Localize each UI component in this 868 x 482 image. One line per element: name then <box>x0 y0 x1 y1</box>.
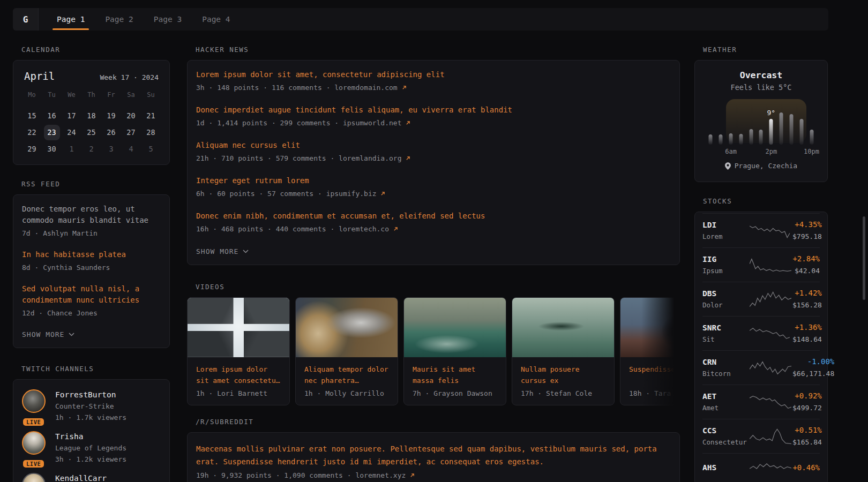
rss-show-more-button[interactable]: SHOW MORE <box>22 330 74 338</box>
stock-price: $165.84 <box>792 438 822 447</box>
nav-tab[interactable]: Page 3 <box>147 8 188 31</box>
rss-item-title[interactable]: Sed volutpat nulla nisl, a condimentum n… <box>22 283 161 306</box>
calendar-day[interactable]: 4 <box>121 141 141 157</box>
hackernews-show-more-button[interactable]: SHOW MORE <box>196 247 249 255</box>
subreddit-post-meta: 19h · 9,932 points · 1,090 comments · lo… <box>196 470 671 480</box>
twitch-channel-row[interactable]: LIVE KendallCarr <box>22 473 161 482</box>
weather-hour-slot <box>746 99 756 145</box>
hackernews-item-title[interactable]: Donec imperdiet augue tincidunt felis al… <box>196 104 671 116</box>
calendar-day[interactable]: 25 <box>81 124 101 141</box>
video-title[interactable]: Mauris sit amet massa felis <box>413 364 497 386</box>
video-card[interactable]: Suspendisse diam 18h · Tara <box>620 297 680 405</box>
hackernews-item[interactable]: Lorem ipsum dolor sit amet, consectetur … <box>196 69 671 93</box>
app-logo[interactable]: G <box>13 8 39 31</box>
rss-item[interactable]: In hac habitasse platea 8d · Cynthia Sau… <box>22 249 161 273</box>
twitch-section-label: TWITCH CHANNELS <box>21 365 170 373</box>
video-thumbnail[interactable] <box>296 298 398 357</box>
stock-row[interactable]: LDI Lorem +4.35% $795.18 <box>702 213 820 247</box>
twitch-channel-row[interactable]: LIVE Trisha League of Legends 3h · 1.2k … <box>22 431 161 464</box>
page-scrollbar-thumb[interactable] <box>863 216 865 300</box>
stock-row[interactable]: AHS +0.46% <box>702 453 820 482</box>
stock-name: Consectetur <box>702 438 749 447</box>
rss-item-meta: 8d · Cynthia Saunders <box>22 262 161 273</box>
video-title[interactable]: Suspendisse diam <box>629 364 680 386</box>
stock-symbol: IIG <box>702 254 749 265</box>
calendar-day[interactable]: 26 <box>101 124 121 141</box>
avatar <box>22 389 46 413</box>
video-card[interactable]: Aliquam tempor dolor nec pharetra… 1h · … <box>295 297 398 405</box>
rss-item-title[interactable]: In hac habitasse platea <box>22 249 161 260</box>
calendar-day[interactable]: 15 <box>22 108 42 124</box>
hackernews-item-title[interactable]: Integer eget rutrum lorem <box>196 175 671 186</box>
hackernews-item[interactable]: Integer eget rutrum lorem 6h · 60 points… <box>196 175 671 199</box>
calendar-day[interactable]: 18 <box>81 108 101 124</box>
calendar-day[interactable]: 2 <box>81 141 101 157</box>
weather-location[interactable]: Prague, Czechia <box>706 162 817 170</box>
stock-price: $156.28 <box>792 300 822 310</box>
subreddit-post[interactable]: Maecenas mollis pulvinar erat non posuer… <box>196 442 671 480</box>
subreddit-widget: Maecenas mollis pulvinar erat non posuer… <box>187 432 680 482</box>
nav-tab[interactable]: Page 4 <box>196 8 236 31</box>
hackernews-item[interactable]: Donec imperdiet augue tincidunt felis al… <box>196 104 671 128</box>
weather-feels-like: Feels like 5°C <box>706 83 817 92</box>
right-column: WEATHER Overcast Feels like 5°C <box>694 37 828 482</box>
calendar-day[interactable]: 21 <box>141 108 161 124</box>
weekday-label: Mo <box>22 89 42 101</box>
stock-row[interactable]: CCS Consectetur +0.51% $165.84 <box>702 419 820 453</box>
calendar-day[interactable]: 30 <box>42 141 62 157</box>
rss-item-title[interactable]: Donec tempor eros leo, ut commodo mauris… <box>22 204 161 226</box>
calendar-day-number: 28 <box>143 125 159 140</box>
video-title[interactable]: Nullam posuere cursus ex <box>521 364 605 386</box>
twitch-channel-info: ForrestBurton Counter-Strike 1h · 1.7k v… <box>55 389 126 423</box>
video-thumbnail[interactable] <box>404 298 506 357</box>
nav-tab[interactable]: Page 2 <box>99 8 139 31</box>
twitch-channel-game: Counter-Strike <box>55 401 126 411</box>
calendar-day[interactable]: 24 <box>62 124 81 141</box>
calendar-day[interactable]: 23 <box>42 124 62 141</box>
calendar-day[interactable]: 28 <box>141 124 161 141</box>
stock-row[interactable]: IIG Ipsum +2.84% $42.04 <box>702 247 820 282</box>
calendar-day[interactable]: 1 <box>62 141 81 157</box>
video-title[interactable]: Aliquam tempor dolor nec pharetra… <box>304 364 389 386</box>
stock-price: $795.18 <box>792 232 822 242</box>
calendar-day[interactable]: 16 <box>42 108 62 124</box>
video-thumbnail[interactable] <box>188 298 289 357</box>
video-card[interactable]: Nullam posuere cursus ex 17h · Stefan Co… <box>512 297 615 405</box>
calendar-day[interactable]: 22 <box>22 124 42 141</box>
video-card-body: Lorem ipsum dolor sit amet consectetu… 1… <box>188 357 289 405</box>
rss-item[interactable]: Donec tempor eros leo, ut commodo mauris… <box>22 204 161 238</box>
stock-row[interactable]: DBS Dolor +1.42% $156.28 <box>702 282 820 316</box>
stock-row[interactable]: CRN Bitcorn -1.00% $66,171.48 <box>702 350 820 385</box>
calendar-day[interactable]: 5 <box>141 141 161 157</box>
video-thumbnail[interactable] <box>512 298 614 357</box>
video-title[interactable]: Lorem ipsum dolor sit amet consectetu… <box>196 364 281 386</box>
twitch-channel-name[interactable]: KendallCarr <box>55 473 107 482</box>
calendar-day[interactable]: 19 <box>101 108 121 124</box>
stock-row[interactable]: AET Amet +0.92% $499.72 <box>702 385 820 419</box>
subreddit-post-title[interactable]: Maecenas mollis pulvinar erat non posuer… <box>196 442 671 468</box>
hackernews-item-title[interactable]: Donec enim nibh, condimentum et accumsan… <box>196 210 671 222</box>
stock-sparkline <box>750 460 791 478</box>
twitch-channel-name[interactable]: Trisha <box>55 431 126 442</box>
video-card[interactable]: Mauris sit amet massa felis 7h · Grayson… <box>403 297 506 405</box>
calendar-day-number: 2 <box>84 141 100 157</box>
calendar-month: April <box>24 70 55 82</box>
video-thumbnail[interactable] <box>620 298 680 357</box>
nav-tab[interactable]: Page 1 <box>50 8 91 31</box>
calendar-day[interactable]: 17 <box>62 108 81 124</box>
calendar-day[interactable]: 27 <box>121 124 141 141</box>
twitch-channel-row[interactable]: LIVE ForrestBurton Counter-Strike 1h · 1… <box>22 389 161 423</box>
hackernews-item-title[interactable]: Aliquam nec cursus elit <box>196 140 671 151</box>
calendar-day[interactable]: 3 <box>101 141 121 157</box>
rss-item[interactable]: Sed volutpat nulla nisl, a condimentum n… <box>22 283 161 318</box>
calendar-day-number: 26 <box>103 125 119 140</box>
hackernews-item[interactable]: Donec enim nibh, condimentum et accumsan… <box>196 210 671 234</box>
video-card[interactable]: Lorem ipsum dolor sit amet consectetu… 1… <box>187 297 290 405</box>
twitch-channel-name[interactable]: ForrestBurton <box>55 389 126 400</box>
hackernews-item-title[interactable]: Lorem ipsum dolor sit amet, consectetur … <box>196 69 671 80</box>
stock-row[interactable]: SNRC Sit +1.36% $148.64 <box>702 316 820 350</box>
weather-bar <box>759 130 763 145</box>
calendar-day[interactable]: 29 <box>22 141 42 157</box>
calendar-day[interactable]: 20 <box>121 108 141 124</box>
hackernews-item[interactable]: Aliquam nec cursus elit 21h · 710 points… <box>196 140 671 163</box>
